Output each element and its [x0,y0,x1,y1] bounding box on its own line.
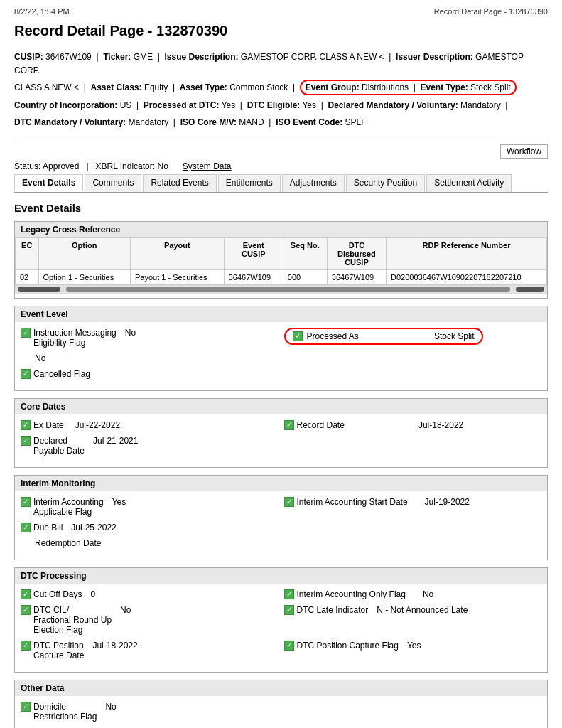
tabs: Event Details Comments Related Events En… [14,174,548,193]
status-label: Status: [14,161,40,171]
dtc-processing-header: DTC Processing [15,568,547,584]
table-header-row: EC Option Payout EventCUSIP Seq No. DTCD… [16,237,547,269]
top-bar: 8/2/22, 1:54 PM Record Detail Page - 132… [14,7,548,16]
th-dtc-cusip: DTCDisbursedCUSIP [327,237,386,269]
domicile-value: No [105,702,116,712]
workflow-row: Workflow [14,144,548,159]
tab-related-events[interactable]: Related Events [143,174,216,192]
cut-off-days-row: ✓ Cut Off Days 0 ✓ Interim Accounting On… [21,589,541,599]
issue-desc-value: GAMESTOP CORP. CLASS A NEW < [241,52,384,62]
iso-mv-value: MAND [239,117,264,127]
event-group-box: Event Group: Distributions | Event Type:… [300,80,517,95]
ticker-label: Ticker: [103,52,131,62]
cancelled-label: Cancelled Flag [33,369,90,379]
country-value: US [120,100,132,110]
event-type-value: Stock Split [470,82,511,92]
ex-date-label: Ex Date [33,420,64,430]
workflow-button[interactable]: Workflow [500,144,548,159]
dtc-position-label: DTC PositionCapture Date [33,641,84,660]
domicile-check: ✓ [21,702,31,712]
cell-event-cusip: 36467W109 [224,269,283,284]
interim-accounting-check: ✓ [21,497,31,507]
dtc-position-value: Jul-18-2022 [92,641,137,651]
legacy-header: Legacy Cross Reference [15,222,547,237]
dtc-processing-box: DTC Processing ✓ Cut Off Days 0 ✓ Interi… [14,567,548,673]
cut-off-value: 0 [90,589,95,599]
processed-dtc-label: Processed at DTC: [144,100,220,110]
declared-mv-label: Declared Mandatory / Voluntary: [328,100,458,110]
dtc-mv-label: DTC Mandatory / Voluntary: [14,117,126,127]
asset-class-value: Equity [144,82,168,92]
interim-accounting-label: Interim AccountingApplicable Flag [33,497,104,517]
th-ec: EC [16,237,39,269]
meta-row-1: CUSIP: 36467W109 | Ticker: GME | Issue D… [14,50,548,77]
asset-type-label: Asset Type: [180,82,227,92]
empty-value: No [35,353,45,363]
late-indicator-value: N - Not Announced Late [377,605,468,615]
core-dates-header: Core Dates [15,399,547,414]
event-level-box: Event Level ✓ Instruction MessagingEligi… [14,306,548,391]
country-label: Country of Incorporation: [14,100,117,110]
redemption-row: Redemption Date [21,538,541,548]
page-title: Record Detail Page - 132870390 [14,23,548,39]
asset-type-value: Common Stock [229,82,288,92]
interim-only-value: No [423,589,433,599]
instruction-check: ✓ [21,328,31,338]
due-bill-left: ✓ Due Bill Jul-25-2022 [21,523,279,532]
instruction-messaging-row: ✓ Instruction MessagingEligibility Flag … [21,328,541,348]
dtc-position-flag-label: DTC Position Capture Flag [297,641,399,651]
ex-date-value: Jul-22-2022 [75,420,120,430]
record-date-label: Record Date [297,420,345,430]
cut-off-left: ✓ Cut Off Days 0 [21,589,279,599]
dtc-cil-row: ✓ DTC CIL/Fractional Round UpElection Fl… [21,605,541,635]
ex-date-left: ✓ Ex Date Jul-22-2022 [21,420,279,430]
cell-rdp-ref: D0200036467W10902207182207210 [387,269,547,284]
iso-mv-label: ISO Core M/V: [180,117,237,127]
system-data-link[interactable]: System Data [183,161,232,171]
dtc-processing-content: ✓ Cut Off Days 0 ✓ Interim Accounting On… [15,584,547,672]
instruction-left: ✓ Instruction MessagingEligibility Flag … [21,328,279,348]
tab-comments[interactable]: Comments [85,174,141,192]
scroll-thumb[interactable] [66,287,510,292]
tab-entitlements[interactable]: Entitlements [218,174,281,192]
dtc-cil-value: No [120,605,131,615]
issuer-desc-label: Issuer Description: [396,52,473,62]
late-indicator-right: ✓ DTC Late Indicator N - Not Announced L… [284,605,542,615]
record-date-check: ✓ [284,420,294,430]
iso-event-label: ISO Event Code: [276,117,342,127]
interim-start-check: ✓ [284,497,294,507]
event-level-header: Event Level [15,306,547,322]
cell-payout: Payout 1 - Securities [131,269,225,284]
interim-only-right: ✓ Interim Accounting Only Flag No [284,589,542,599]
payable-label: DeclaredPayable Date [33,436,85,456]
event-type-label: Event Type: [421,82,468,92]
tab-settlement-activity[interactable]: Settlement Activity [426,174,512,192]
tab-event-details[interactable]: Event Details [14,174,83,192]
tab-adjustments[interactable]: Adjustments [282,174,345,192]
interim-monitoring-content: ✓ Interim AccountingApplicable Flag Yes … [15,491,547,560]
interim-start-label: Interim Accounting Start Date [297,497,408,507]
empty-row: No [21,353,541,363]
due-bill-check: ✓ [21,523,31,532]
interim-only-label: Interim Accounting Only Flag [297,589,406,599]
issue-desc-label: Issue Description: [164,52,238,62]
dtc-cil-left: ✓ DTC CIL/Fractional Round UpElection Fl… [21,605,279,635]
dtc-position-left: ✓ DTC PositionCapture Date Jul-18-2022 [21,641,279,660]
dtc-position-flag-right: ✓ DTC Position Capture Flag Yes [284,641,542,651]
domicile-label: DomicileRestrictions Flag [33,702,97,722]
payable-left: ✓ DeclaredPayable Date Jul-21-2021 [21,436,279,456]
interim-accounting-left: ✓ Interim AccountingApplicable Flag Yes [21,497,279,517]
due-bill-value: Jul-25-2022 [71,523,116,532]
dtc-position-flag-value: Yes [407,641,421,651]
interim-start-value: Jul-19-2022 [425,497,470,507]
cancelled-left: ✓ Cancelled Flag [21,369,279,379]
iso-event-value: SPLF [345,117,366,127]
scroll-bar[interactable] [15,285,547,294]
dtc-mv-value: Mandatory [128,117,168,127]
status-row: Status: Approved | XBRL Indicator: No Sy… [14,161,548,171]
dtc-position-flag-check: ✓ [284,641,294,651]
event-details-title: Event Details [14,202,548,214]
interim-monitoring-header: Interim Monitoring [15,476,547,491]
tab-security-position[interactable]: Security Position [346,174,425,192]
instruction-label: Instruction MessagingEligibility Flag [33,328,117,348]
